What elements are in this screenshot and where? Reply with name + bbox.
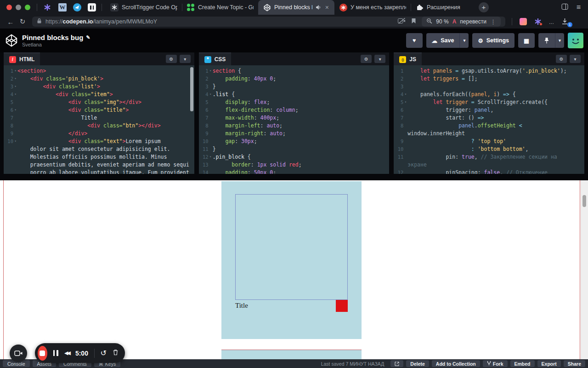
camera-toggle-button[interactable]	[10, 345, 27, 362]
close-window-icon[interactable]	[6, 5, 12, 10]
translate-button[interactable]: перевести	[460, 18, 486, 25]
browser-menu-icon[interactable]: ≡	[577, 3, 581, 12]
save-button[interactable]: ☁Save	[426, 33, 460, 48]
preview-scrollbar[interactable]	[581, 180, 588, 359]
lock-icon	[37, 17, 42, 26]
browser-tab[interactable]: Pinned blocks bug×	[258, 0, 334, 15]
pause-app-icon[interactable]	[88, 3, 96, 12]
pen-author[interactable]: Svetlana	[22, 42, 90, 47]
pause-recording-button[interactable]	[53, 350, 58, 356]
side-panel-icon[interactable]	[561, 3, 568, 12]
embed-button[interactable]: Embed	[510, 360, 535, 367]
kebab-menu-icon[interactable]: ⋮	[490, 18, 496, 25]
tab-close-icon[interactable]: ×	[324, 4, 330, 11]
back-icon[interactable]: ←	[5, 16, 17, 27]
html-code-area[interactable]: 1▾<section>2▾ <div class='pin_block'>3▾ …	[4, 65, 194, 174]
avatar[interactable]	[568, 33, 583, 48]
gear-icon: ⚙	[478, 37, 483, 44]
tab-audio-icon[interactable]	[316, 5, 321, 10]
browser-tab[interactable]: Create New Topic - GreenS	[182, 0, 258, 15]
window-controls	[4, 5, 33, 10]
pin-button[interactable]	[538, 33, 555, 48]
fullscreen-window-icon[interactable]	[25, 5, 30, 10]
editor-collapse-chevron-icon[interactable]: ▾	[180, 55, 191, 63]
fold-arrow-icon[interactable]: ▾	[13, 91, 17, 98]
new-tab-button[interactable]: +	[479, 2, 489, 12]
fold-arrow-icon[interactable]: ▾	[13, 75, 17, 83]
css-editor-tab[interactable]: *CSS	[199, 52, 232, 65]
save-dropdown-button[interactable]: ▾	[459, 33, 469, 48]
bookmark-icon[interactable]	[411, 17, 416, 26]
tab-title: Расширения	[427, 4, 469, 11]
fold-arrow-icon[interactable]: ▾	[403, 91, 407, 98]
css-editor-header: *CSS⚙▾	[199, 52, 390, 65]
fold-arrow-icon[interactable]: ▾	[209, 67, 213, 75]
code-line: 3	[394, 83, 584, 91]
reload-icon[interactable]: ↻	[17, 16, 28, 27]
pin-dropdown-button[interactable]: ▾	[555, 33, 564, 48]
delete-recording-icon[interactable]	[113, 349, 119, 357]
asterisk-extension-icon[interactable]	[43, 3, 52, 12]
export-button[interactable]: Export	[537, 360, 561, 367]
js-editor-panel: ()JS⚙▾1 let panels = gsap.utils.toArray(…	[394, 52, 584, 174]
delete-button[interactable]: Delete	[406, 360, 429, 367]
pushpin-icon	[544, 37, 549, 44]
js-editor-tab[interactable]: ()JS	[394, 52, 422, 65]
code-line: 8 <div class="btn"></div>	[4, 122, 194, 130]
stop-recording-button[interactable]	[38, 346, 47, 361]
downloads-icon[interactable]: 1	[561, 18, 570, 25]
codepen-icon	[263, 3, 271, 12]
code-line: 11}	[199, 145, 390, 153]
zoom-out-icon[interactable]	[426, 18, 432, 25]
rewind-icon[interactable]: ◀◀	[64, 350, 69, 356]
item-button[interactable]	[336, 300, 348, 312]
downloads-badge: 1	[567, 22, 572, 27]
browser-tab[interactable]: ScrollTrigger Code Optimi	[106, 0, 182, 15]
html-editor-tab[interactable]: /HTML	[4, 52, 40, 65]
layout-button[interactable]: ▦	[518, 33, 535, 48]
fold-arrow-icon[interactable]: ▾	[209, 91, 213, 98]
settings-button[interactable]: ⚙Settings	[472, 33, 514, 48]
gradient-extension-icon[interactable]	[520, 18, 527, 25]
tab-title: Create New Topic - GreenS	[198, 4, 254, 11]
share-button[interactable]: Share	[564, 360, 585, 367]
code-line: 9 </div>	[4, 130, 194, 138]
codepen-logo-icon[interactable]	[5, 34, 18, 47]
editor-settings-gear-icon[interactable]: ⚙	[166, 55, 177, 63]
asterisk-extension-icon[interactable]	[534, 18, 542, 25]
camera-off-icon[interactable]	[398, 17, 406, 26]
html-editor-panel: /HTML⚙▾1▾<section>2▾ <div class='pin_blo…	[4, 52, 194, 174]
fold-arrow-icon[interactable]: ▾	[13, 83, 17, 91]
fold-arrow-icon[interactable]: ▾	[403, 98, 407, 106]
code-line: 5 display: flex;	[199, 98, 390, 106]
editor-settings-gear-icon[interactable]: ⚙	[361, 55, 372, 63]
fold-arrow-icon[interactable]: ▾	[13, 138, 17, 145]
fold-arrow-icon[interactable]: ▾	[13, 106, 17, 114]
code-line: 1▾section {	[199, 67, 390, 75]
wikipedia-icon[interactable]: W	[58, 3, 67, 12]
editor-collapse-chevron-icon[interactable]: ▾	[570, 55, 581, 63]
omnibox[interactable]: https://codepen.io/lanimya/pen/MWMLMoY 9…	[32, 17, 505, 27]
like-button[interactable]: ♥	[406, 33, 423, 48]
code-line: 7 max-width: 400px;	[199, 114, 390, 122]
editor-collapse-chevron-icon[interactable]: ▾	[374, 55, 385, 63]
add-to-collection-button[interactable]: Add to Collection	[432, 360, 480, 367]
preview-scrollbar-thumb[interactable]	[582, 195, 586, 207]
editor-settings-gear-icon[interactable]: ⚙	[556, 55, 567, 63]
fold-arrow-icon[interactable]: ▾	[13, 67, 17, 75]
minimize-window-icon[interactable]	[16, 5, 21, 10]
divider	[94, 349, 95, 358]
extensions-overflow[interactable]: ...	[549, 18, 554, 25]
edit-title-icon[interactable]: ✎	[86, 34, 90, 40]
open-in-new-window-button[interactable]	[390, 360, 403, 367]
browser-tab[interactable]: Расширения	[411, 0, 474, 15]
js-code-area[interactable]: 1 let panels = gsap.utils.toArray('.pin_…	[394, 65, 584, 174]
fork-button[interactable]: Fork	[483, 360, 508, 367]
fold-arrow-icon[interactable]: ▾	[209, 153, 213, 161]
editor-scrollbar-thumb[interactable]	[190, 67, 193, 111]
restart-recording-icon[interactable]: ↺	[101, 349, 107, 357]
zoom-level[interactable]: 90 %	[436, 18, 448, 25]
telegram-icon[interactable]	[73, 3, 81, 12]
browser-tab[interactable]: У меня есть закрепленны	[334, 0, 411, 15]
css-code-area[interactable]: 1▾section {2 padding: 40px 0;3}4▾.list {…	[199, 65, 390, 174]
